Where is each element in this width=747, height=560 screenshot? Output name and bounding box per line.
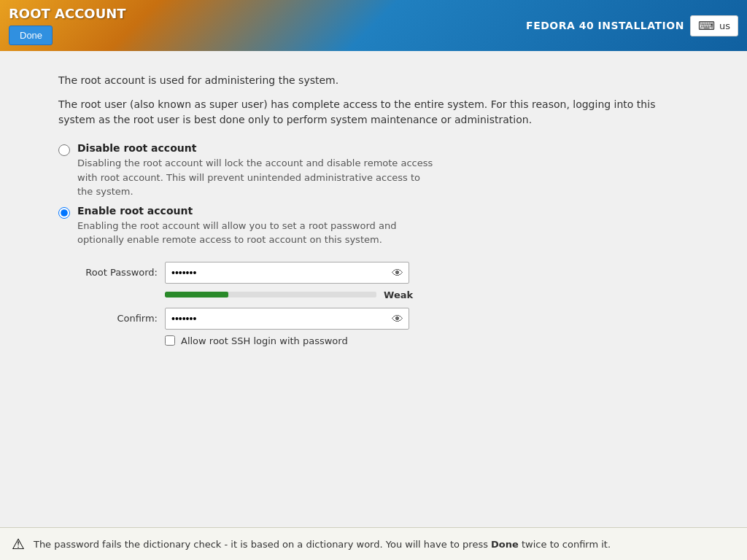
password-section: Root Password: 👁 Weak Confirm: 👁 Allow r <box>77 262 689 346</box>
description-1: The root account is used for administeri… <box>58 73 689 88</box>
warning-text-before: The password fails the dictionary check … <box>34 539 491 550</box>
confirm-eye-icon[interactable]: 👁 <box>392 311 403 325</box>
root-password-row: Root Password: 👁 <box>77 262 689 284</box>
disable-root-desc: Disabling the root account will lock the… <box>77 156 435 199</box>
strength-label: Weak <box>384 289 413 300</box>
warning-icon: ⚠ <box>12 535 25 553</box>
strength-row: Weak <box>165 289 689 300</box>
confirm-input[interactable] <box>165 308 409 330</box>
disable-root-option: Disable root account Disabling the root … <box>58 142 689 199</box>
enable-root-option: Enable root account Enabling the root ac… <box>58 205 689 247</box>
ssh-checkbox-row: Allow root SSH login with password <box>165 335 689 346</box>
main-content: The root account is used for administeri… <box>0 51 747 527</box>
ssh-label[interactable]: Allow root SSH login with password <box>181 335 348 346</box>
keyboard-locale: us <box>719 20 730 31</box>
warning-bar: ⚠ The password fails the dictionary chec… <box>0 527 747 560</box>
confirm-label: Confirm: <box>77 313 158 324</box>
description-2: The root user (also known as super user)… <box>58 97 689 128</box>
done-button[interactable]: Done <box>9 26 53 45</box>
header: ROOT ACCOUNT Done FEDORA 40 INSTALLATION… <box>0 0 747 51</box>
enable-root-desc: Enabling the root account will allow you… <box>77 219 435 247</box>
header-right: FEDORA 40 INSTALLATION ⌨ us <box>526 15 738 36</box>
strength-bar-container <box>165 292 376 298</box>
warning-bold: Done <box>491 539 519 550</box>
enable-root-radio[interactable] <box>58 207 70 219</box>
warning-text-after: twice to confirm it. <box>519 539 611 550</box>
root-password-eye-icon[interactable]: 👁 <box>392 265 403 279</box>
options-section: Disable root account Disabling the root … <box>58 142 689 247</box>
root-password-wrapper: 👁 <box>165 262 409 284</box>
ssh-checkbox[interactable] <box>165 335 175 346</box>
header-left: ROOT ACCOUNT Done <box>9 6 126 45</box>
keyboard-icon: ⌨ <box>698 19 715 33</box>
disable-root-radio[interactable] <box>58 144 70 156</box>
warning-text: The password fails the dictionary check … <box>34 539 611 550</box>
disable-root-label[interactable]: Disable root account <box>77 142 435 154</box>
root-password-input[interactable] <box>165 262 409 284</box>
enable-root-label[interactable]: Enable root account <box>77 205 435 217</box>
confirm-wrapper: 👁 <box>165 308 409 330</box>
root-password-label: Root Password: <box>77 267 158 278</box>
page-title: ROOT ACCOUNT <box>9 6 126 21</box>
strength-bar-fill <box>165 292 228 298</box>
fedora-installation-label: FEDORA 40 INSTALLATION <box>526 20 684 31</box>
confirm-row: Confirm: 👁 <box>77 308 689 330</box>
keyboard-indicator[interactable]: ⌨ us <box>690 15 738 36</box>
